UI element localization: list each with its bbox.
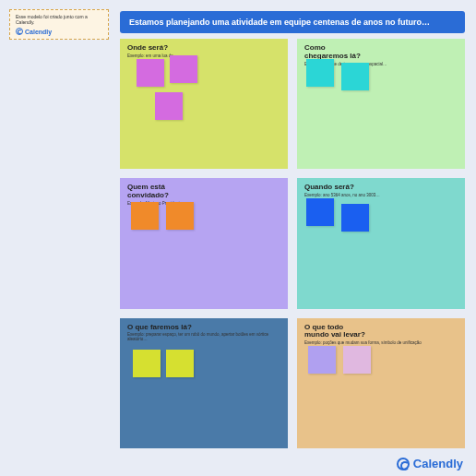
sticky-note[interactable]: [155, 92, 183, 120]
sticky-note[interactable]: [170, 55, 197, 83]
sticky-note[interactable]: [131, 202, 159, 230]
sticky-note[interactable]: [341, 63, 369, 90]
panel-hint: Exemplo: poções que mudam sua forma, sím…: [304, 340, 458, 345]
panel-title: Quem está convidado?: [127, 184, 192, 200]
panel-title: Como chegaremos lá?: [304, 44, 369, 61]
panel-2[interactable]: Quem está convidado?Exemplo: Marte, o Pr…: [120, 178, 288, 308]
calendly-icon: [16, 28, 23, 35]
panel-title: O que todo mundo vai levar?: [304, 324, 369, 340]
panel-hint: Exemplo: em uma lua de…: [127, 54, 280, 58]
sticky-note[interactable]: [137, 59, 164, 87]
panel-4[interactable]: O que faremos lá?Exemplo: preparar espaç…: [120, 318, 288, 448]
sticky-note[interactable]: [306, 198, 334, 226]
panel-3[interactable]: Quando será?Exemplo: ano 5364 anos, no a…: [297, 178, 465, 308]
sticky-note[interactable]: [308, 346, 336, 374]
attribution-text: Esse modelo foi criado junto com a Calen…: [16, 14, 102, 25]
panel-1[interactable]: Como chegaremos lá?Exemplo: foguete de t…: [297, 39, 465, 169]
sticky-note[interactable]: [166, 202, 194, 230]
panel-hint: Exemplo: preparar espaço, ter um robô do…: [127, 332, 280, 341]
sticky-note[interactable]: [306, 59, 334, 87]
header-banner[interactable]: Estamos planejando uma atividade em equi…: [120, 11, 465, 33]
panel-title: Quando será?: [304, 184, 369, 192]
panel-5[interactable]: O que todo mundo vai levar?Exemplo: poçõ…: [297, 318, 465, 448]
sticky-note[interactable]: [133, 350, 161, 377]
panel-title: Onde será?: [127, 44, 192, 53]
header-title: Estamos planejando uma atividade em equi…: [129, 18, 430, 27]
sticky-note[interactable]: [166, 350, 194, 377]
attribution-box: Esse modelo foi criado junto com a Calen…: [9, 9, 109, 40]
calendly-icon: [397, 458, 410, 470]
sticky-note[interactable]: [341, 204, 369, 232]
panel-0[interactable]: Onde será?Exemplo: em uma lua de…: [120, 39, 288, 169]
attribution-brand-label: Calendly: [25, 29, 52, 35]
sticky-note[interactable]: [343, 346, 371, 374]
panel-grid: Onde será?Exemplo: em uma lua de…Como ch…: [120, 39, 465, 448]
footer-brand[interactable]: Calendly: [397, 457, 463, 470]
panel-hint: Exemplo: ano 5364 anos, no ano 3003…: [304, 193, 458, 197]
panel-title: O que faremos lá?: [127, 324, 192, 332]
attribution-brand[interactable]: Calendly: [16, 28, 102, 35]
footer-brand-label: Calendly: [413, 457, 463, 470]
